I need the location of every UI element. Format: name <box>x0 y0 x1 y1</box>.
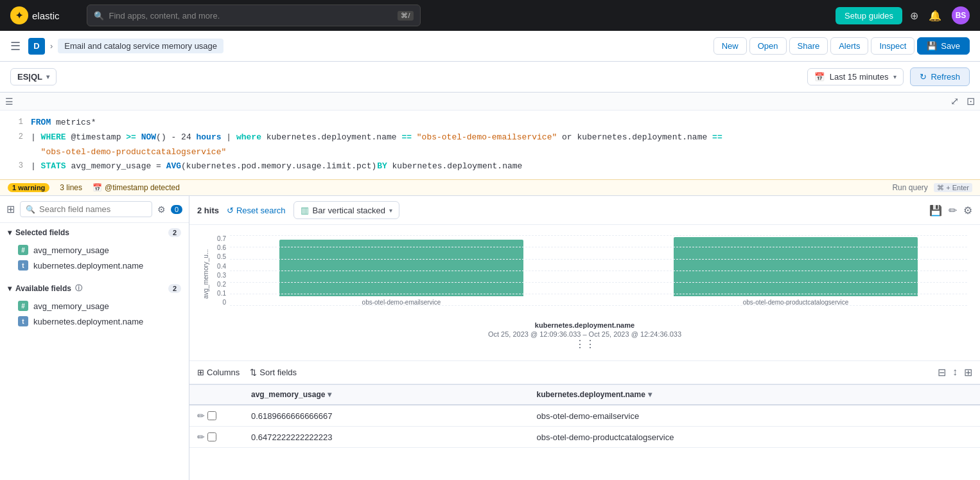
fullscreen-icon[interactable]: ⊡ <box>967 95 975 107</box>
filter-icon[interactable]: ⚙ <box>157 204 166 215</box>
columns-label: Columns <box>207 368 240 377</box>
row-2-deployment: obs-otel-demo-productcatalogservice <box>529 427 981 448</box>
th-deployment-name[interactable]: kubernetes.deployment.name ▾ <box>529 385 981 405</box>
chart-time-range: Oct 25, 2023 @ 12:09:36.033 – Oct 25, 20… <box>202 330 967 338</box>
breadcrumb-separator: › <box>50 41 53 51</box>
th-avg-memory[interactable]: avg_memory_usage ▾ <box>243 385 529 405</box>
inspect-button[interactable]: Inspect <box>871 37 914 55</box>
selected-fields-header[interactable]: ▾ Selected fields 2 <box>0 223 189 242</box>
alerts-button[interactable]: Alerts <box>830 37 868 55</box>
new-button[interactable]: New <box>713 37 747 55</box>
field-search-icon: 🔍 <box>26 205 35 214</box>
query-toolbar: ES|QL ▾ 📅 Last 15 minutes ▾ ↻ Refresh <box>0 62 980 93</box>
line-number-3: 3 <box>8 160 23 173</box>
elastic-logo-text: elastic <box>32 10 60 21</box>
y-val-01: 0.1 <box>209 290 226 297</box>
calendar-icon: 📅 <box>814 72 825 82</box>
open-button[interactable]: Open <box>749 37 787 55</box>
col-sort-icon-avg: ▾ <box>328 390 331 399</box>
hamburger-menu-icon[interactable]: ☰ <box>10 39 21 53</box>
save-button[interactable]: 💾 Save <box>917 37 970 55</box>
available-field-avg-memory[interactable]: # avg_memory_usage <box>0 298 189 314</box>
info-icon: ⓘ <box>75 283 82 293</box>
line-number-2b <box>8 146 23 159</box>
chart-type-dropdown[interactable]: ▥ Bar vertical stacked ▾ <box>293 201 399 219</box>
edit-chart-icon[interactable]: ✏ <box>949 204 957 217</box>
filter-count-badge[interactable]: 0 <box>171 205 182 214</box>
refresh-icon: ↻ <box>920 72 927 82</box>
editor-topbar-icons: ⤢ ⊡ <box>950 95 975 107</box>
fields-sidebar: ⊞ 🔍 ⚙ 0 ▾ Selected fields 2 # avg_memory… <box>0 196 189 480</box>
y-val-04: 0.4 <box>209 263 226 270</box>
y-val-03: 0.3 <box>209 272 226 279</box>
bar-email[interactable] <box>279 240 523 296</box>
reset-search-button[interactable]: ↺ Reset search <box>227 206 286 215</box>
integrations-icon[interactable]: ⊕ <box>910 10 918 22</box>
settings-icon[interactable]: ⚙ <box>963 204 972 217</box>
save-chart-icon[interactable]: 💾 <box>929 204 942 217</box>
row-2-edit-icon[interactable]: ✏ <box>197 432 205 442</box>
reset-icon: ↺ <box>227 206 234 215</box>
row-2-avg: 0.6472222222222223 <box>243 427 529 448</box>
run-query-area[interactable]: Run query ⌘ + Enter <box>892 183 972 192</box>
elastic-logo-icon: ✦ <box>10 6 28 24</box>
user-avatar[interactable]: BS <box>952 6 970 24</box>
refresh-button[interactable]: ↻ Refresh <box>910 67 970 86</box>
available-fields-header[interactable]: ▾ Available fields ⓘ 2 <box>0 278 189 298</box>
selected-fields-count: 2 <box>168 228 181 237</box>
save-label: Save <box>941 41 960 51</box>
calendar-small-icon: 📅 <box>92 183 102 192</box>
field-search-input[interactable] <box>39 204 146 214</box>
y-val-02: 0.2 <box>209 281 226 288</box>
notifications-icon[interactable]: 🔔 <box>929 10 941 22</box>
chart-y-label: avg_memory_u... <box>202 235 209 312</box>
breadcrumb-page-title: Email and catalog service memory usage <box>58 39 223 53</box>
available-fields-count: 2 <box>168 284 181 293</box>
code-content-2: | WHERE @timestamp >= NOW() - 24 hours |… <box>31 131 972 145</box>
field-search-wrap[interactable]: 🔍 <box>20 201 152 217</box>
y-val-00: 0 <box>209 299 226 306</box>
field-type-numeric-icon: # <box>18 245 28 255</box>
elastic-logo[interactable]: ✦ elastic <box>10 6 60 24</box>
row-1-checkbox[interactable] <box>207 411 216 420</box>
available-field-deployment-name[interactable]: t kubernetes.deployment.name <box>0 314 189 329</box>
sidebar-grid-icon[interactable]: ⊞ <box>6 203 15 215</box>
table-density-icon[interactable]: ⊟ <box>938 366 946 378</box>
code-content-3: | STATS avg_memory_usage = AVG(kubernete… <box>31 160 972 173</box>
available-fields-arrow: ▾ <box>8 284 12 293</box>
search-shortcut: ⌘/ <box>398 11 413 21</box>
chart-drag-handle[interactable]: ⋮⋮ <box>202 338 967 350</box>
bar-label-email: obs-otel-demo-emailservice <box>362 299 441 306</box>
esql-toggle[interactable]: ES|QL ▾ <box>10 68 57 85</box>
selected-field-avg-memory[interactable]: # avg_memory_usage <box>0 242 189 258</box>
table-columns-icon[interactable]: ⊞ <box>964 366 972 378</box>
sort-fields-button[interactable]: ⇅ Sort fields <box>250 368 297 377</box>
avail-field-type-numeric: # <box>18 301 28 311</box>
field-type-text-icon: t <box>18 260 28 271</box>
timestamp-detected: 📅 @timestamp detected <box>92 183 180 192</box>
share-button[interactable]: Share <box>789 37 828 55</box>
row-1-avg: 0.6189666666666667 <box>243 405 529 427</box>
columns-button[interactable]: ⊞ Columns <box>197 368 240 377</box>
selected-fields-arrow: ▾ <box>8 228 12 237</box>
setup-guides-button[interactable]: Setup guides <box>836 7 902 24</box>
code-editor[interactable]: 1 FROM metrics* 2 | WHERE @timestamp >= … <box>0 111 980 179</box>
chart-bars-area: obs-otel-demo-emailservice obs-otel-demo… <box>230 235 967 319</box>
selected-field-deployment-name[interactable]: t kubernetes.deployment.name <box>0 258 189 273</box>
table-row-height-icon[interactable]: ↕ <box>952 366 958 378</box>
refresh-label: Refresh <box>931 72 960 82</box>
th-controls <box>189 385 243 405</box>
expand-icon[interactable]: ⤢ <box>950 95 959 107</box>
selected-fields-label: Selected fields <box>15 228 69 237</box>
code-content-2b: "obs-otel-demo-productcatalogservice" <box>31 146 972 159</box>
header-actions: New Open Share Alerts Inspect 💾 Save <box>713 37 970 55</box>
editor-topbar: ☰ ⤢ ⊡ <box>0 93 980 111</box>
row-1-edit-icon[interactable]: ✏ <box>197 411 205 421</box>
bar-catalog[interactable] <box>674 237 918 296</box>
editor-menu-icon[interactable]: ☰ <box>5 96 13 107</box>
chart-area: avg_memory_u... 0.7 0.6 0.5 0.4 0.3 0.2 … <box>202 235 967 319</box>
time-picker[interactable]: 📅 Last 15 minutes ▾ <box>807 68 904 85</box>
row-2-checkbox[interactable] <box>207 432 216 441</box>
avail-field-deployment: kubernetes.deployment.name <box>33 317 143 326</box>
global-search-bar[interactable]: 🔍 Find apps, content, and more. ⌘/ <box>87 4 421 26</box>
